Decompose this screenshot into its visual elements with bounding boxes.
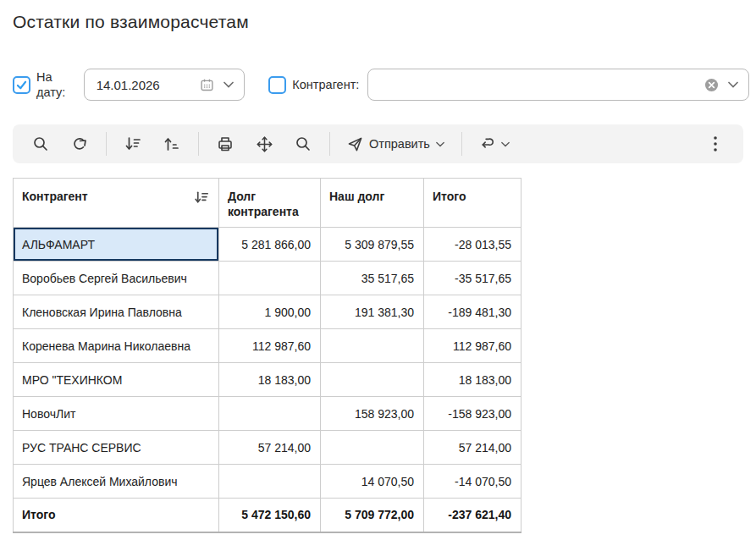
move-button[interactable] [245,128,284,160]
toolbar-separator [461,132,462,156]
counterparty-cell[interactable]: РУС ТРАНС СЕРВИС [14,431,219,465]
send-button-label: Отправить [369,137,430,151]
date-filter-label: На дату: [36,69,75,100]
date-input[interactable] [97,78,201,92]
column-header-total[interactable]: Итого [424,179,521,228]
amount-cell[interactable] [219,262,321,295]
counterparty-input[interactable] [380,78,704,92]
table-row: Коренева Марина Николаевна112 987,60112 … [14,329,521,363]
counterparty-cell[interactable]: Ярцев Алексей Михайлович [14,465,219,499]
date-field[interactable] [84,69,246,101]
forward-arrow-icon [71,135,89,153]
chevron-down-icon [501,141,510,147]
totals-row: Итого 5 472 150,60 5 709 772,00 -237 621… [14,499,521,532]
amount-cell[interactable] [219,465,321,499]
amount-cell[interactable]: 158 923,00 [321,397,424,431]
amount-cell[interactable] [321,329,424,363]
print-button[interactable] [206,128,245,160]
amount-cell[interactable]: 18 183,00 [219,363,321,397]
counterparty-cell[interactable]: Кленовская Ирина Павловна [14,295,219,329]
column-header-our-debt[interactable]: Наш долг [321,179,424,228]
sort-descending-icon[interactable] [194,190,210,206]
amount-cell[interactable]: 112 987,60 [424,329,521,363]
table-body: АЛЬФАМАРТ5 281 866,005 309 879,55-28 013… [14,228,521,499]
sort-descending-icon [124,135,141,152]
table-row: Ярцев Алексей Михайлович14 070,50-14 070… [14,465,521,499]
amount-cell[interactable]: 18 183,00 [424,363,521,397]
page-title: Остатки по взаиморасчетам [13,12,249,32]
send-button[interactable]: Отправить [337,128,455,160]
sort-ascending-button[interactable] [152,128,191,160]
toolbar-separator [198,132,199,156]
amount-cell[interactable]: -189 481,30 [424,295,521,329]
date-filter-checkbox[interactable] [13,76,30,94]
amount-cell[interactable]: 1 900,00 [219,295,321,329]
table-row: АЛЬФАМАРТ5 281 866,005 309 879,55-28 013… [14,228,521,262]
amount-cell[interactable] [321,363,424,397]
toolbar-separator [329,132,330,156]
settlements-table: Контрагент Долг контрагента Наш долг Ито… [13,178,521,533]
move-icon [256,135,273,153]
counterparty-cell[interactable]: МРО "ТЕХИНКОМ [14,363,219,397]
chevron-down-icon[interactable] [728,81,738,88]
send-plane-icon [347,136,363,152]
filter-bar: На дату: Контрагент: [13,66,749,103]
sort-ascending-icon [163,135,180,152]
toolbar-separator [106,132,107,156]
amount-cell[interactable] [321,431,424,465]
amount-cell[interactable]: 57 214,00 [424,431,521,465]
amount-cell[interactable]: 5 281 866,00 [219,228,321,262]
amount-cell[interactable]: 191 381,30 [321,295,424,329]
totals-label[interactable]: Итого [14,499,219,532]
table-row: НовочЛит158 923,00-158 923,00 [14,397,521,431]
clear-icon[interactable] [704,78,719,92]
counterparty-cell[interactable]: НовочЛит [14,397,219,431]
amount-cell[interactable]: -158 923,00 [424,397,521,431]
counterparty-cell[interactable]: Воробьев Сергей Васильевич [14,262,219,295]
amount-cell[interactable]: -14 070,50 [424,465,521,499]
forward-button[interactable] [60,128,99,160]
search-icon [295,135,312,152]
undo-icon [479,136,495,152]
checkmark-icon [15,79,28,91]
amount-cell[interactable]: 14 070,50 [321,465,424,499]
more-vertical-icon [714,136,717,152]
undo-button[interactable] [469,128,520,160]
header-row: Контрагент Долг контрагента Наш долг Ито… [14,179,521,228]
amount-cell[interactable]: 57 214,00 [219,431,321,465]
chevron-down-icon[interactable] [223,81,234,88]
table-row: РУС ТРАНС СЕРВИС57 214,0057 214,00 [14,431,521,465]
totals-counterparty-debt[interactable]: 5 472 150,60 [219,499,321,532]
table-row: Воробьев Сергей Васильевич35 517,65-35 5… [14,262,521,295]
sort-descending-button[interactable] [113,128,152,160]
amount-cell[interactable]: -35 517,65 [424,262,521,295]
counterparty-filter-checkbox[interactable] [268,76,286,94]
printer-icon [217,135,234,152]
search-icon [32,135,49,152]
amount-cell[interactable]: 5 309 879,55 [321,228,424,262]
amount-cell[interactable]: 35 517,65 [321,262,424,295]
counterparty-field[interactable] [367,69,749,101]
column-header-counterparty[interactable]: Контрагент [14,179,219,228]
totals-our-debt[interactable]: 5 709 772,00 [321,499,424,532]
counterparty-cell[interactable]: АЛЬФАМАРТ [14,228,219,262]
amount-cell[interactable] [219,397,321,431]
counterparty-filter-label: Контрагент: [292,77,359,92]
table-row: Кленовская Ирина Павловна1 900,00191 381… [14,295,521,329]
column-header-counterparty-debt[interactable]: Долг контрагента [219,179,321,228]
zoom-search-button[interactable] [21,128,60,160]
table-row: МРО "ТЕХИНКОМ18 183,0018 183,00 [14,363,521,397]
amount-cell[interactable]: 112 987,60 [219,329,321,363]
calendar-icon[interactable] [200,78,214,92]
counterparty-cell[interactable]: Коренева Марина Николаевна [14,329,219,363]
report-toolbar: Отправить [13,124,743,163]
totals-total[interactable]: -237 621,40 [424,499,521,532]
search-button[interactable] [284,128,323,160]
amount-cell[interactable]: -28 013,55 [424,228,521,262]
column-header-label: Контрагент [22,189,88,204]
chevron-down-icon [436,141,444,147]
more-actions-button[interactable] [696,128,735,160]
